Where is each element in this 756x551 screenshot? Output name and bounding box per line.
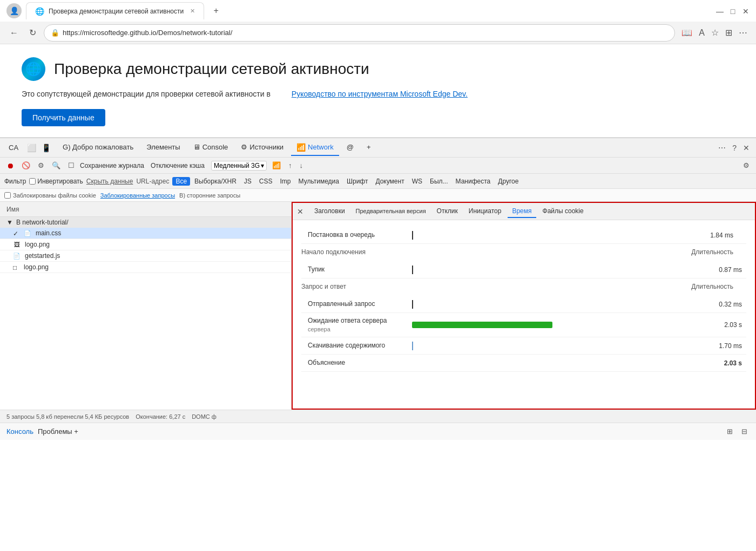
preserve-log-label: Сохранение журнала (80, 162, 144, 169)
waiting-bar (409, 322, 692, 328)
close-btn[interactable]: ✕ (742, 7, 750, 15)
stall-marker (412, 266, 413, 274)
filter-label: Фильтр (4, 178, 26, 185)
filter-tab-css[interactable]: CSS (256, 177, 276, 186)
queue-value: 1.84 ms (684, 232, 738, 239)
filter-tab-all[interactable]: Все (172, 177, 190, 186)
bottom-icon-2[interactable]: ⊟ (739, 426, 750, 437)
download-btn[interactable]: ↓ (298, 160, 306, 171)
tab-ca[interactable]: CA (4, 140, 23, 155)
browser-tab[interactable]: 🌐 Проверка демонстрации сетевой активнос… (26, 2, 204, 19)
filter-tab-media[interactable]: Мультимедиа (295, 177, 342, 186)
clear-btn[interactable]: 🚫 (19, 160, 32, 171)
file-item-getstarted-js[interactable]: 📄 getstarted.js (0, 250, 291, 262)
wifi-condition-btn[interactable]: 📶 (270, 160, 283, 171)
waiting-label: Ожидание ответа сервера сервера (301, 316, 409, 334)
timing-tab-initiator[interactable]: Инициатор (464, 205, 506, 218)
back-btn[interactable]: ← (6, 26, 22, 40)
network-main: Имя ▼ В network-tutorial/ ✓ 📄 main.css 🖼… (0, 202, 756, 410)
maximize-btn[interactable]: □ (729, 7, 737, 15)
filter-tab-xhr[interactable]: Выборка/XHR (191, 177, 240, 186)
search-btn[interactable]: 🔍 (50, 160, 63, 171)
page-description-link[interactable]: Руководство по инструментам Microsoft Ed… (292, 90, 468, 98)
hide-data-link[interactable]: Скрыть данные (86, 178, 133, 185)
filter-tab-imp[interactable]: Imp (277, 177, 294, 186)
filter-tab-wasm[interactable]: Был... (427, 177, 451, 186)
devtools-help-btn[interactable]: ? (730, 141, 739, 154)
filter-tab-font[interactable]: Шрифт (343, 177, 371, 186)
tab-plus[interactable]: + (361, 140, 376, 155)
browser-chrome: 👤 🌐 Проверка демонстрации сетевой активн… (0, 0, 756, 44)
filter-tab-manifest[interactable]: Манифеста (453, 177, 494, 186)
font-btn[interactable]: A (697, 25, 707, 40)
connection-duration-label: Длительность (691, 248, 746, 256)
tab-network[interactable]: 📶 Network (291, 140, 339, 156)
invert-checkbox[interactable] (29, 178, 36, 185)
cookie-blocked-checkbox-label[interactable]: Заблокированы файлы cookie (4, 192, 96, 199)
queue-bar (409, 232, 684, 239)
more-btn[interactable]: ⋯ (737, 25, 750, 40)
upload-btn[interactable]: ↑ (286, 160, 294, 171)
tab-console[interactable]: 🖥 Console (188, 140, 234, 155)
filter-tab-other[interactable]: Другое (495, 177, 522, 186)
file-item-main-css[interactable]: ✓ 📄 main.css (0, 228, 291, 239)
download-label: Скачивание содержимого (301, 341, 409, 350)
file-item-logo-png-2[interactable]: □ logo.png (0, 262, 291, 273)
js-icon: 📄 (13, 252, 21, 260)
file-checkbox-main-css[interactable]: ✓ (13, 230, 19, 236)
get-data-button[interactable]: Получить данные (22, 109, 105, 126)
record-btn[interactable]: ⏺ (4, 160, 16, 171)
image-icon-1: 🖼 (13, 241, 21, 248)
explanation-label: Объяснение (301, 358, 409, 368)
url-addr-label[interactable]: URL-адрес (136, 178, 169, 185)
timing-tab-timing[interactable]: Время (508, 205, 536, 218)
tab-sources[interactable]: ⚙ Источники (235, 140, 289, 155)
refresh-btn[interactable]: ↻ (26, 25, 39, 40)
file-group-network-tutorial[interactable]: ▼ В network-tutorial/ (0, 217, 291, 228)
timing-tab-cookies[interactable]: Файлы cookie (538, 205, 588, 218)
timing-tab-headers[interactable]: Заголовки (310, 205, 349, 218)
url-input[interactable] (63, 29, 668, 37)
collections-btn[interactable]: ⊞ (723, 25, 734, 40)
timing-tab-response[interactable]: Отклик (433, 205, 462, 218)
throttle-select[interactable]: Медленный 3G ▾ (211, 161, 267, 171)
title-bar: 👤 🌐 Проверка демонстрации сетевой активн… (0, 0, 756, 22)
css-icon: 📄 (24, 229, 31, 237)
inspect-icon-btn[interactable]: ⬜ (25, 141, 38, 154)
timing-close-btn[interactable]: ✕ (297, 207, 303, 216)
minimize-btn[interactable]: — (716, 7, 724, 15)
third-party-label[interactable]: В) сторонние запросы (179, 192, 240, 199)
checkbox-inline[interactable]: ☐ (66, 160, 77, 171)
page-description: Это сопутствующей демонстрации для прове… (22, 90, 734, 98)
file-item-logo-png-1[interactable]: 🖼 logo.png (0, 239, 291, 250)
network-settings-btn[interactable]: ⚙ (741, 160, 752, 171)
new-tab-btn[interactable]: + (208, 3, 224, 18)
profile-icon[interactable]: 👤 (6, 3, 22, 18)
sent-value: 0.32 ms (692, 301, 746, 308)
cookie-blocked-checkbox[interactable] (4, 192, 11, 199)
console-link[interactable]: Консоль (6, 427, 33, 436)
reading-list-btn[interactable]: 📖 (679, 25, 694, 40)
favorites-btn[interactable]: ☆ (709, 25, 721, 40)
blocked-requests-link[interactable]: Заблокированные запросы (100, 192, 175, 199)
devtools-more-btn[interactable]: ⋯ (716, 141, 728, 154)
devtools-close-btn[interactable]: ✕ (741, 141, 752, 154)
timing-tab-preview[interactable]: Предварительная версия (352, 206, 430, 217)
filter-panel-btn[interactable]: ⚙ (36, 160, 46, 171)
status-text: 5 запросы 5,8 кб перенесли 5,4 КБ ресурс… (6, 413, 129, 420)
tab-elements[interactable]: Элементы (141, 140, 185, 155)
issues-label[interactable]: Проблемы + (38, 427, 78, 436)
filter-tab-doc[interactable]: Документ (372, 177, 407, 186)
tab-close-icon[interactable]: ✕ (190, 8, 195, 15)
invert-checkbox-label[interactable]: Инвертировать (29, 178, 83, 185)
file-checkbox-logo-png-2[interactable]: □ (13, 264, 19, 270)
device-icon-btn[interactable]: 📱 (39, 141, 53, 154)
bottom-icon-1[interactable]: ⊞ (725, 426, 735, 437)
timing-row-download: Скачивание содержимого 1.70 ms (301, 337, 746, 355)
tab-at[interactable]: @ (341, 140, 359, 155)
address-bar[interactable]: 🔒 (44, 24, 675, 42)
tab-welcome[interactable]: G) Добро пожаловать (57, 140, 139, 155)
filter-tab-js[interactable]: JS (241, 177, 255, 186)
dt-right-icons: ⋯ ? ✕ (716, 141, 752, 154)
filter-tab-ws[interactable]: WS (409, 177, 426, 186)
